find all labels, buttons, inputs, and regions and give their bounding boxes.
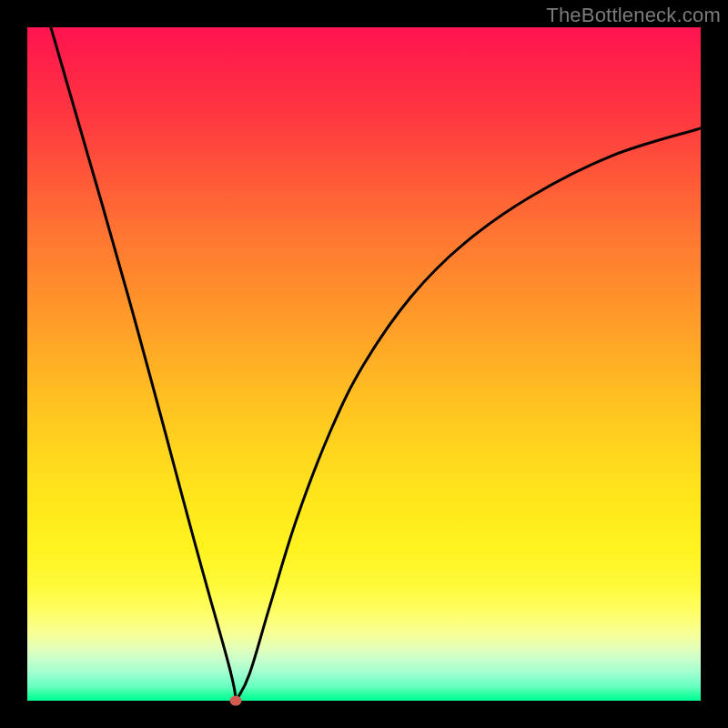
curve-right-branch [236,128,701,701]
curve-layer [27,27,701,701]
plot-area [27,27,701,701]
curve-left-branch [51,27,237,701]
min-marker [230,696,242,706]
watermark-text: TheBottleneck.com [546,4,721,27]
chart-container: TheBottleneck.com [0,0,728,728]
